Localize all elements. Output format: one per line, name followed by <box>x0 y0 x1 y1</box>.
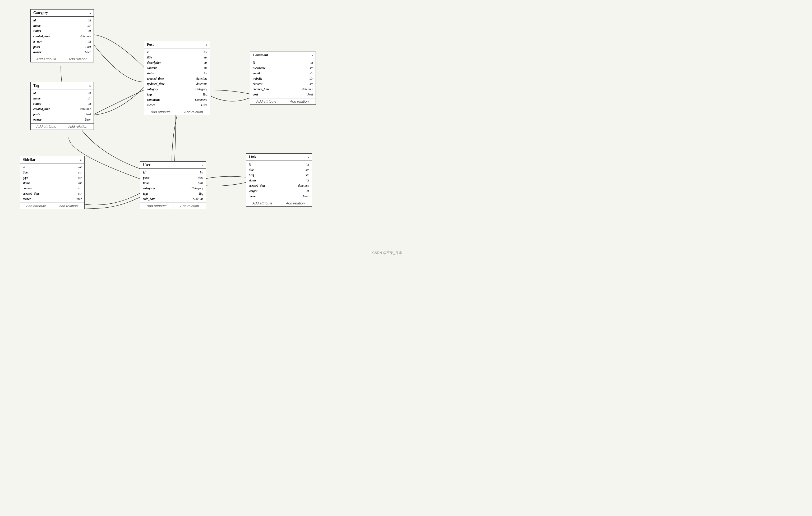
table-row: created_timedatetime <box>31 106 93 112</box>
entity-Category-header[interactable]: Category » <box>31 9 93 17</box>
post-add-attribute-button[interactable]: Add attribute <box>144 109 177 115</box>
table-row: categoryCategory <box>144 86 210 92</box>
entity-Post-header[interactable]: Post » <box>144 41 210 48</box>
table-row: contentstr <box>20 186 84 191</box>
entity-Post-footer: Add attribute Add relation <box>144 109 210 115</box>
sidebar-expand-icon[interactable]: » <box>80 158 82 162</box>
table-row: titlestr <box>20 170 84 175</box>
link-add-relation-button[interactable]: Add relation <box>279 200 312 206</box>
category-add-relation-button[interactable]: Add relation <box>62 56 94 62</box>
table-row: created_timedatetime <box>144 76 210 81</box>
table-row: postsPost <box>140 175 206 180</box>
entity-Category: Category » idint namestr statusint creat… <box>30 9 94 62</box>
entity-Tag-footer: Add attribute Add relation <box>31 123 93 130</box>
entity-SideBar-title: SideBar <box>23 158 35 162</box>
entity-Link: Link » idint titlestr hrefstr statusint … <box>246 154 312 207</box>
table-row: emailstr <box>250 71 316 76</box>
comment-add-relation-button[interactable]: Add relation <box>283 99 316 105</box>
entity-Tag: Tag » idint namestr statusint created_ti… <box>30 82 94 130</box>
table-row: postsPost <box>31 44 93 50</box>
sidebar-add-relation-button[interactable]: Add relation <box>52 203 84 209</box>
entity-Post-title: Post <box>147 43 154 47</box>
table-row: ownerUser <box>31 117 93 122</box>
table-row: tagsTag <box>144 92 210 97</box>
table-row: created_timedatetime <box>246 183 312 188</box>
entity-User-footer: Add attribute Add relation <box>140 202 206 209</box>
entity-Category-title: Category <box>33 11 48 15</box>
sidebar-add-attribute-button[interactable]: Add attribute <box>20 203 52 209</box>
table-row: side_barsSideBar <box>140 196 206 201</box>
table-row: idint <box>246 162 312 167</box>
user-add-relation-button[interactable]: Add relation <box>173 203 206 209</box>
table-row: typestr <box>20 175 84 180</box>
tag-expand-icon[interactable]: » <box>89 84 91 88</box>
post-add-relation-button[interactable]: Add relation <box>177 109 210 115</box>
entity-Comment-header[interactable]: Comment » <box>250 52 316 59</box>
table-row: created_timestr <box>20 191 84 196</box>
table-row: statusint <box>246 178 312 183</box>
table-row: updated_timedatetime <box>144 81 210 86</box>
entity-Comment: Comment » idint nicknamestr emailstr web… <box>250 52 316 105</box>
table-row: titlestr <box>144 55 210 60</box>
user-add-attribute-button[interactable]: Add attribute <box>140 203 173 209</box>
entity-Comment-footer: Add attribute Add relation <box>250 98 316 105</box>
entity-Link-title: Link <box>249 155 256 159</box>
entity-User-fields: idint postsPost linksLink categorysCateg… <box>140 169 206 202</box>
entity-User-title: User <box>143 163 150 167</box>
entity-Link-fields: idint titlestr hrefstr statusint created… <box>246 161 312 200</box>
table-row: namestr <box>31 23 93 28</box>
table-row: ownerUser <box>20 196 84 201</box>
comment-add-attribute-button[interactable]: Add attribute <box>250 99 283 105</box>
entity-Category-fields: idint namestr statusint created_timedate… <box>31 17 93 56</box>
table-row: commentsComment <box>144 97 210 102</box>
table-row: contentstr <box>250 81 316 86</box>
table-row: created_timedatetime <box>250 86 316 92</box>
entity-Link-header[interactable]: Link » <box>246 154 312 161</box>
entity-SideBar-footer: Add attribute Add relation <box>20 202 84 209</box>
entity-Comment-fields: idint nicknamestr emailstr websitestr co… <box>250 59 316 98</box>
table-row: idint <box>20 164 84 170</box>
entity-Tag-title: Tag <box>33 84 39 88</box>
comment-expand-icon[interactable]: » <box>311 53 313 57</box>
table-row: postPost <box>250 92 316 97</box>
entity-SideBar-fields: idint titlestr typestr statusint content… <box>20 163 84 202</box>
table-row: statusint <box>31 101 93 106</box>
entity-Category-footer: Add attribute Add relation <box>31 56 93 62</box>
table-row: idint <box>140 170 206 175</box>
category-add-attribute-button[interactable]: Add attribute <box>31 56 62 62</box>
table-row: websitestr <box>250 76 316 81</box>
table-row: descriptionstr <box>144 60 210 65</box>
table-row: statusint <box>20 180 84 186</box>
table-row: ownerUser <box>144 102 210 108</box>
user-expand-icon[interactable]: » <box>202 163 203 167</box>
category-expand-icon[interactable]: » <box>89 11 91 15</box>
table-row: postsPost <box>31 112 93 117</box>
table-row: ownerUser <box>31 50 93 55</box>
table-row: linksLink <box>140 180 206 186</box>
entity-Post: Post » idint titlestr descriptionstr con… <box>144 41 210 115</box>
entity-Tag-header[interactable]: Tag » <box>31 82 93 89</box>
table-row: contentstr <box>144 65 210 71</box>
tag-add-relation-button[interactable]: Add relation <box>62 124 94 130</box>
tag-add-attribute-button[interactable]: Add attribute <box>31 124 62 130</box>
link-add-attribute-button[interactable]: Add attribute <box>246 200 279 206</box>
entity-SideBar-header[interactable]: SideBar » <box>20 156 84 163</box>
entity-Tag-fields: idint namestr statusint created_timedate… <box>31 89 93 123</box>
table-row: ownerUser <box>246 194 312 199</box>
table-row: tagsTag <box>140 191 206 196</box>
entity-User-header[interactable]: User » <box>140 162 206 169</box>
table-row: idint <box>31 90 93 96</box>
table-row: idint <box>144 50 210 55</box>
table-row: nicknamestr <box>250 65 316 71</box>
table-row: statusint <box>144 71 210 76</box>
link-expand-icon[interactable]: » <box>308 155 309 159</box>
table-row: statusint <box>31 28 93 34</box>
post-expand-icon[interactable]: » <box>206 43 207 47</box>
table-row: idint <box>31 18 93 23</box>
entity-SideBar: SideBar » idint titlestr typestr statusi… <box>20 156 85 209</box>
watermark: CSDN @不染_是非 <box>372 250 402 255</box>
table-row: created_timedatetime <box>31 34 93 39</box>
table-row: is_navint <box>31 39 93 44</box>
table-row: namestr <box>31 96 93 101</box>
canvas: Category » idint namestr statusint creat… <box>0 0 406 258</box>
